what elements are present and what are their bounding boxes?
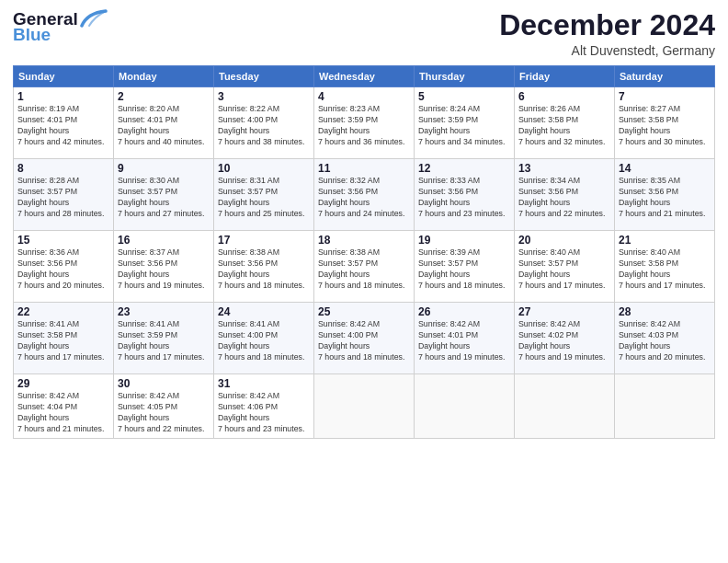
day-info: Sunrise: 8:42 AMSunset: 4:02 PMDaylight … [518,319,610,363]
calendar-cell [314,374,415,439]
day-number: 29 [17,377,109,390]
day-info: Sunrise: 8:40 AMSunset: 3:58 PMDaylight … [619,247,711,292]
day-number: 6 [518,90,610,103]
calendar-cell: 29Sunrise: 8:42 AMSunset: 4:04 PMDayligh… [14,374,114,439]
calendar-cell: 9Sunrise: 8:30 AMSunset: 3:57 PMDaylight… [114,159,214,231]
calendar-week-row: 29Sunrise: 8:42 AMSunset: 4:04 PMDayligh… [14,374,715,439]
calendar-cell: 2Sunrise: 8:20 AMSunset: 4:01 PMDaylight… [114,87,214,159]
day-number: 18 [318,234,410,247]
calendar-cell: 23Sunrise: 8:41 AMSunset: 3:59 PMDayligh… [114,303,214,374]
day-info: Sunrise: 8:42 AMSunset: 4:04 PMDaylight … [17,391,109,435]
day-number: 22 [17,305,109,318]
weekday-header: Wednesday [314,66,415,87]
day-info: Sunrise: 8:41 AMSunset: 4:00 PMDaylight … [218,319,310,363]
calendar-cell: 16Sunrise: 8:37 AMSunset: 3:56 PMDayligh… [114,231,214,303]
day-info: Sunrise: 8:22 AMSunset: 4:00 PMDaylight … [218,104,310,148]
day-number: 5 [418,90,510,103]
day-info: Sunrise: 8:42 AMSunset: 4:00 PMDaylight … [318,319,410,363]
calendar-cell: 12Sunrise: 8:33 AMSunset: 3:56 PMDayligh… [415,159,515,231]
day-number: 30 [118,377,210,390]
day-number: 28 [619,305,711,318]
logo: General Blue [13,9,108,45]
weekday-header: Sunday [14,66,114,87]
calendar-cell: 13Sunrise: 8:34 AMSunset: 3:56 PMDayligh… [515,159,615,231]
day-info: Sunrise: 8:32 AMSunset: 3:56 PMDaylight … [318,176,410,220]
calendar-cell: 30Sunrise: 8:42 AMSunset: 4:05 PMDayligh… [114,374,214,439]
weekday-header: Tuesday [214,66,314,87]
day-info: Sunrise: 8:33 AMSunset: 3:56 PMDaylight … [418,176,510,220]
title-block: December 2024 Alt Duvenstedt, Germany [499,9,715,58]
calendar-cell: 26Sunrise: 8:42 AMSunset: 4:01 PMDayligh… [415,303,515,374]
calendar-cell: 14Sunrise: 8:35 AMSunset: 3:56 PMDayligh… [615,159,715,231]
day-info: Sunrise: 8:41 AMSunset: 3:59 PMDaylight … [118,319,210,363]
weekday-header: Friday [515,66,615,87]
day-info: Sunrise: 8:39 AMSunset: 3:57 PMDaylight … [418,247,510,292]
day-number: 7 [619,90,711,103]
calendar-cell [415,374,515,439]
day-number: 4 [318,90,410,103]
day-number: 21 [619,234,711,247]
calendar-cell: 25Sunrise: 8:42 AMSunset: 4:00 PMDayligh… [314,303,415,374]
logo-blue-text: Blue [13,26,51,45]
day-info: Sunrise: 8:27 AMSunset: 3:58 PMDaylight … [619,104,711,148]
day-number: 11 [318,162,410,175]
weekday-header: Thursday [415,66,515,87]
calendar-cell: 21Sunrise: 8:40 AMSunset: 3:58 PMDayligh… [615,231,715,303]
day-number: 16 [118,234,210,247]
calendar-cell: 17Sunrise: 8:38 AMSunset: 3:56 PMDayligh… [214,231,314,303]
calendar-cell: 19Sunrise: 8:39 AMSunset: 3:57 PMDayligh… [415,231,515,303]
page-container: General Blue December 2024 Alt Duvensted… [0,0,728,446]
day-number: 20 [518,234,610,247]
day-info: Sunrise: 8:42 AMSunset: 4:01 PMDaylight … [418,319,510,363]
calendar-week-row: 1Sunrise: 8:19 AMSunset: 4:01 PMDaylight… [14,87,715,159]
day-info: Sunrise: 8:36 AMSunset: 3:56 PMDaylight … [17,247,109,292]
calendar-cell: 31Sunrise: 8:42 AMSunset: 4:06 PMDayligh… [214,374,314,439]
day-number: 8 [17,162,109,175]
calendar-cell: 18Sunrise: 8:38 AMSunset: 3:57 PMDayligh… [314,231,415,303]
calendar-cell: 10Sunrise: 8:31 AMSunset: 3:57 PMDayligh… [214,159,314,231]
day-number: 24 [218,305,310,318]
day-number: 9 [118,162,210,175]
day-info: Sunrise: 8:20 AMSunset: 4:01 PMDaylight … [118,104,210,148]
calendar-cell: 24Sunrise: 8:41 AMSunset: 4:00 PMDayligh… [214,303,314,374]
calendar-week-row: 15Sunrise: 8:36 AMSunset: 3:56 PMDayligh… [14,231,715,303]
day-number: 26 [418,305,510,318]
day-info: Sunrise: 8:30 AMSunset: 3:57 PMDaylight … [118,176,210,220]
day-info: Sunrise: 8:19 AMSunset: 4:01 PMDaylight … [17,104,109,148]
calendar-cell [615,374,715,439]
calendar-cell: 7Sunrise: 8:27 AMSunset: 3:58 PMDaylight… [615,87,715,159]
calendar-cell: 4Sunrise: 8:23 AMSunset: 3:59 PMDaylight… [314,87,415,159]
day-number: 23 [118,305,210,318]
day-number: 19 [418,234,510,247]
calendar-cell [515,374,615,439]
month-title: December 2024 [499,9,715,41]
day-info: Sunrise: 8:38 AMSunset: 3:57 PMDaylight … [318,247,410,292]
day-number: 1 [17,90,109,103]
day-number: 27 [518,305,610,318]
day-number: 10 [218,162,310,175]
calendar-table: SundayMondayTuesdayWednesdayThursdayFrid… [13,65,715,439]
calendar-cell: 1Sunrise: 8:19 AMSunset: 4:01 PMDaylight… [14,87,114,159]
day-number: 3 [218,90,310,103]
calendar-cell: 20Sunrise: 8:40 AMSunset: 3:57 PMDayligh… [515,231,615,303]
day-info: Sunrise: 8:42 AMSunset: 4:05 PMDaylight … [118,391,210,435]
day-info: Sunrise: 8:26 AMSunset: 3:58 PMDaylight … [518,104,610,148]
weekday-header: Saturday [615,66,715,87]
day-number: 17 [218,234,310,247]
day-info: Sunrise: 8:23 AMSunset: 3:59 PMDaylight … [318,104,410,148]
day-number: 25 [318,305,410,318]
day-number: 31 [218,377,310,390]
calendar-cell: 28Sunrise: 8:42 AMSunset: 4:03 PMDayligh… [615,303,715,374]
day-number: 12 [418,162,510,175]
calendar-cell: 8Sunrise: 8:28 AMSunset: 3:57 PMDaylight… [14,159,114,231]
day-info: Sunrise: 8:31 AMSunset: 3:57 PMDaylight … [218,176,310,220]
calendar-header-row: SundayMondayTuesdayWednesdayThursdayFrid… [14,66,715,87]
logo-wing-icon [80,9,108,29]
day-number: 15 [17,234,109,247]
day-info: Sunrise: 8:34 AMSunset: 3:56 PMDaylight … [518,176,610,220]
day-number: 2 [118,90,210,103]
header: General Blue December 2024 Alt Duvensted… [13,9,715,58]
calendar-cell: 11Sunrise: 8:32 AMSunset: 3:56 PMDayligh… [314,159,415,231]
day-info: Sunrise: 8:24 AMSunset: 3:59 PMDaylight … [418,104,510,148]
day-number: 14 [619,162,711,175]
